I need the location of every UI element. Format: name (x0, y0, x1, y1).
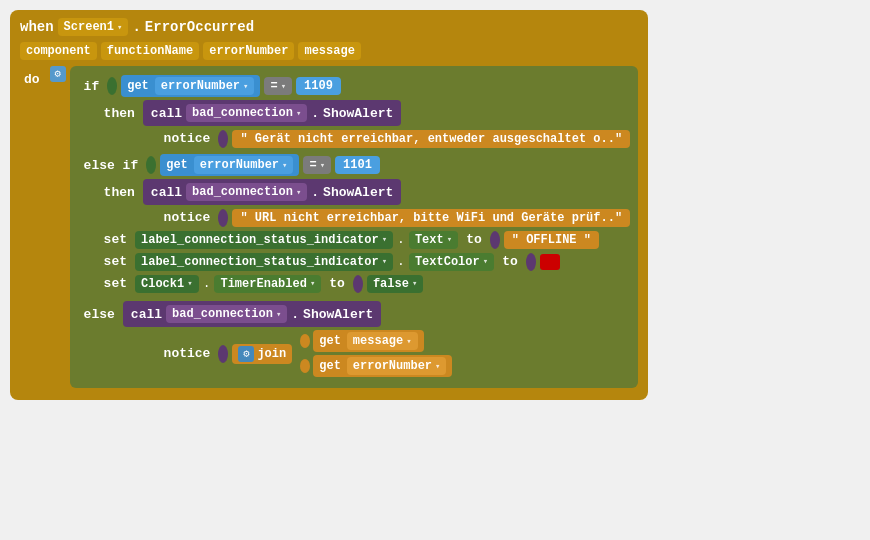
then-label-2: then (100, 183, 139, 202)
do-label: do (20, 66, 44, 89)
gear-icon[interactable]: ⚙ (50, 66, 66, 82)
value-1101: 1101 (335, 156, 380, 174)
set-row-2: set label_connection_status_indicator ▾ … (100, 252, 630, 271)
screen-dropdown-arrow: ▾ (117, 22, 122, 33)
else-section: else call bad_connection ▾ . ShowAlert (80, 301, 630, 377)
notice-label-2: notice (160, 208, 215, 227)
notice-row-1: notice " Gerät nicht erreichbar, entwede… (160, 129, 630, 148)
notice-label-3: notice (160, 344, 215, 363)
set-prop-1[interactable]: Text ▾ (409, 231, 458, 249)
params-row: component functionName errorNumber messa… (20, 42, 638, 60)
call-component-3[interactable]: bad_connection ▾ (166, 305, 287, 323)
dot-2: . (311, 185, 319, 200)
then-label-1: then (100, 104, 139, 123)
then-row-1: then call bad_connection ▾ . ShowAlert (100, 100, 630, 126)
when-block: when Screen1 ▾ . ErrorOccurred component… (10, 10, 648, 400)
dot-set-1: . (397, 232, 405, 247)
get-block-1[interactable]: get errorNumber ▾ (121, 75, 260, 97)
set-component-2[interactable]: label_connection_status_indicator ▾ (135, 253, 393, 271)
elseif-row: else if get errorNumber ▾ = ▾ 11 (80, 154, 630, 176)
set-to-3: to (325, 274, 349, 293)
dot-1: . (311, 106, 319, 121)
set-label-3: set (100, 274, 131, 293)
elseif-label: else if (80, 156, 143, 175)
errornumber-dropdown-2[interactable]: errorNumber ▾ (194, 156, 294, 174)
call-label-2: call (151, 185, 182, 200)
string-2: " URL nicht erreichbar, bitte WiFi und G… (232, 209, 630, 227)
get-block-2[interactable]: get errorNumber ▾ (160, 154, 299, 176)
call-label-1: call (151, 106, 182, 121)
string-1: " Gerät nicht erreichbar, entweder ausge… (232, 130, 630, 148)
call-method-2: ShowAlert (323, 185, 393, 200)
message-dropdown[interactable]: message ▾ (347, 332, 418, 350)
if-label: if (80, 77, 104, 96)
set-prop-3[interactable]: TimerEnabled ▾ (214, 275, 321, 293)
join-gear-icon[interactable]: ⚙ (238, 346, 254, 362)
call-method-1: ShowAlert (323, 106, 393, 121)
set-label-1: set (100, 230, 131, 249)
errornum-dropdown[interactable]: errorNumber ▾ (347, 357, 447, 375)
else-row: else call bad_connection ▾ . ShowAlert (80, 301, 630, 327)
join-outer: ⚙ join (232, 344, 292, 364)
string-offline: " OFFLINE " (504, 231, 599, 249)
screen-name: Screen1 (64, 20, 114, 34)
notice-row-3: notice ⚙ join get (160, 330, 630, 377)
call-component-2[interactable]: bad_connection ▾ (186, 183, 307, 201)
if-block: if get errorNumber ▾ = ▾ (70, 66, 638, 388)
when-header: when Screen1 ▾ . ErrorOccurred (20, 18, 638, 36)
set-row-1: set label_connection_status_indicator ▾ … (100, 230, 630, 249)
param-errornumber[interactable]: errorNumber (203, 42, 294, 60)
set-to-1: to (462, 230, 486, 249)
set-row-3: set Clock1 ▾ . TimerEnabled ▾ to false ▾ (100, 274, 630, 293)
call-2[interactable]: call bad_connection ▾ . ShowAlert (143, 179, 402, 205)
when-label: when (20, 19, 54, 35)
param-message[interactable]: message (298, 42, 360, 60)
get-message-block[interactable]: get message ▾ (313, 330, 423, 352)
event-label: ErrorOccurred (145, 19, 254, 35)
notice-label-1: notice (160, 129, 215, 148)
set-to-2: to (498, 252, 522, 271)
get-label-1: get (127, 79, 149, 93)
call-1[interactable]: call bad_connection ▾ . ShowAlert (143, 100, 402, 126)
then-row-2: then call bad_connection ▾ . ShowAlert (100, 179, 630, 205)
dot-3: . (291, 307, 299, 322)
call-3[interactable]: call bad_connection ▾ . ShowAlert (123, 301, 382, 327)
param-component[interactable]: component (20, 42, 97, 60)
eq-dropdown-1[interactable]: = ▾ (264, 77, 292, 95)
set-component-1[interactable]: label_connection_status_indicator ▾ (135, 231, 393, 249)
false-dropdown[interactable]: false ▾ (367, 275, 423, 293)
set-prop-2[interactable]: TextColor ▾ (409, 253, 494, 271)
if-row: if get errorNumber ▾ = ▾ (80, 75, 630, 97)
dot-set-3: . (203, 276, 211, 291)
get-errornum-block[interactable]: get errorNumber ▾ (313, 355, 452, 377)
screen-dropdown[interactable]: Screen1 ▾ (58, 18, 129, 36)
color-swatch-red[interactable] (540, 254, 560, 270)
get-label-2: get (166, 158, 188, 172)
errornumber-dropdown-1[interactable]: errorNumber ▾ (155, 77, 255, 95)
call-method-3: ShowAlert (303, 307, 373, 322)
dot-separator: . (132, 19, 140, 35)
param-functionname[interactable]: functionName (101, 42, 199, 60)
eq-dropdown-2[interactable]: = ▾ (303, 156, 331, 174)
call-label-3: call (131, 307, 162, 322)
else-label: else (80, 305, 119, 324)
set-component-3[interactable]: Clock1 ▾ (135, 275, 199, 293)
dot-set-2: . (397, 254, 405, 269)
call-component-1[interactable]: bad_connection ▾ (186, 104, 307, 122)
set-label-2: set (100, 252, 131, 271)
notice-row-2: notice " URL nicht erreichbar, bitte WiF… (160, 208, 630, 227)
join-label: join (257, 347, 286, 361)
value-1109: 1109 (296, 77, 341, 95)
